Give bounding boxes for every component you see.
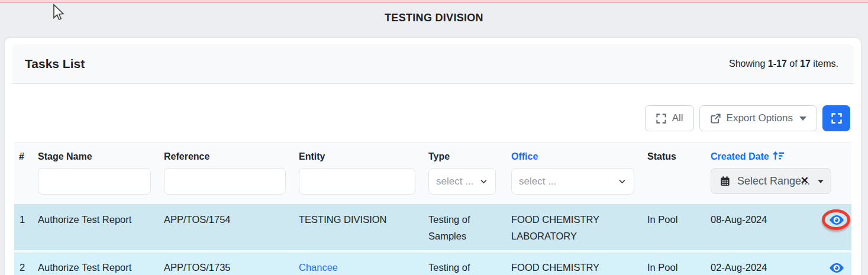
entity-cell: Chancee (294, 251, 424, 275)
tasks-list-card: Tasks List Showing 1-17 of 17 items. All… (5, 38, 861, 275)
col-stage-name: Stage Name (33, 143, 159, 164)
fullscreen-corners-icon (656, 113, 667, 124)
chevron-down-icon (479, 177, 488, 186)
type-cell: Testing of Samples (424, 251, 506, 275)
calendar-icon (719, 176, 731, 187)
col-office-sort[interactable]: Office (506, 143, 643, 164)
panel-title: Tasks List (25, 57, 85, 71)
col-created-date-sort[interactable]: Created Date (706, 143, 824, 164)
col-number: # (14, 143, 33, 164)
summary-total: 17 (800, 59, 811, 69)
summary-prefix: Showing (729, 59, 768, 69)
office-select-placeholder: select ... (519, 176, 556, 187)
col-actions (824, 143, 851, 164)
col-status: Status (643, 143, 706, 164)
entity-link[interactable]: Chancee (299, 262, 338, 273)
office-cell: FOOD CHEMISTRY LABORATORY (506, 205, 643, 252)
table-toolbar: All Export Options (14, 84, 851, 142)
caret-down-icon (818, 180, 824, 183)
select-all-label: All (672, 112, 683, 124)
eye-icon (829, 263, 844, 273)
entity-filter-input[interactable] (299, 168, 415, 195)
card-header: Tasks List Showing 1-17 of 17 items. (12, 44, 854, 84)
entity-cell: TESTING DIVISION (294, 205, 424, 252)
reference-cell: APP/TOS/1754 (159, 205, 294, 252)
type-cell: Testing of Samples (424, 205, 506, 252)
external-link-icon (710, 113, 721, 124)
type-select-placeholder: select ... (436, 176, 473, 187)
eye-icon (829, 215, 844, 225)
created-date-cell: 02-Aug-2024 (706, 251, 824, 275)
summary-of: of (787, 59, 800, 69)
date-range-placeholder: Select Range... (737, 175, 810, 187)
clear-date-filter-icon[interactable]: ✕ (801, 174, 809, 187)
status-cell: In Pool (643, 205, 706, 252)
status-filter-spacer (643, 163, 706, 205)
created-date-cell: 08-Aug-2024 (706, 205, 824, 252)
view-task-button[interactable] (829, 213, 844, 230)
caret-down-icon (799, 117, 806, 121)
filter-spacer (14, 163, 33, 205)
row-number: 2 (14, 251, 33, 275)
stage-name-filter-input[interactable] (38, 168, 151, 195)
stage-name-cell: Authorize Test Report (33, 251, 159, 275)
type-select[interactable]: select ... (428, 168, 496, 195)
office-cell: FOOD CHEMISTRY LABORATORY (506, 251, 643, 275)
select-all-button[interactable]: All (645, 105, 694, 131)
reference-filter-input[interactable] (164, 168, 286, 195)
table-row[interactable]: 2 Authorize Test Report APP/TOS/1735 Cha… (14, 251, 851, 275)
export-options-button[interactable]: Export Options (699, 105, 817, 131)
sort-ascending-icon (773, 151, 785, 161)
row-number: 1 (14, 205, 33, 252)
chevron-down-icon (618, 177, 627, 186)
page-header: TESTING DIVISION (0, 3, 868, 33)
col-type: Type (424, 143, 506, 164)
header-row: # Stage Name Reference Entity Type Offic… (14, 143, 851, 164)
fullscreen-corners-icon (831, 112, 843, 124)
results-summary: Showing 1-17 of 17 items. (729, 59, 838, 69)
summary-range: 1-17 (768, 59, 787, 69)
status-cell: In Pool (643, 251, 706, 275)
export-options-label: Export Options (727, 112, 793, 124)
mouse-cursor (52, 4, 66, 22)
office-select[interactable]: select ... (511, 168, 634, 195)
view-task-button[interactable] (829, 261, 844, 275)
created-date-range-button[interactable]: Select Range... ✕ (711, 168, 831, 194)
col-entity: Entity (294, 143, 424, 164)
table-row[interactable]: 1 Authorize Test Report APP/TOS/1754 TES… (14, 205, 851, 252)
reference-cell: APP/TOS/1735 (159, 251, 294, 275)
page-title: TESTING DIVISION (385, 12, 483, 24)
col-reference: Reference (159, 143, 294, 164)
filter-row: select ... select ... (14, 163, 851, 205)
tasks-table: # Stage Name Reference Entity Type Offic… (14, 142, 851, 275)
summary-suffix: items. (811, 59, 838, 69)
fullscreen-button[interactable] (822, 105, 850, 131)
stage-name-cell: Authorize Test Report (33, 205, 159, 252)
